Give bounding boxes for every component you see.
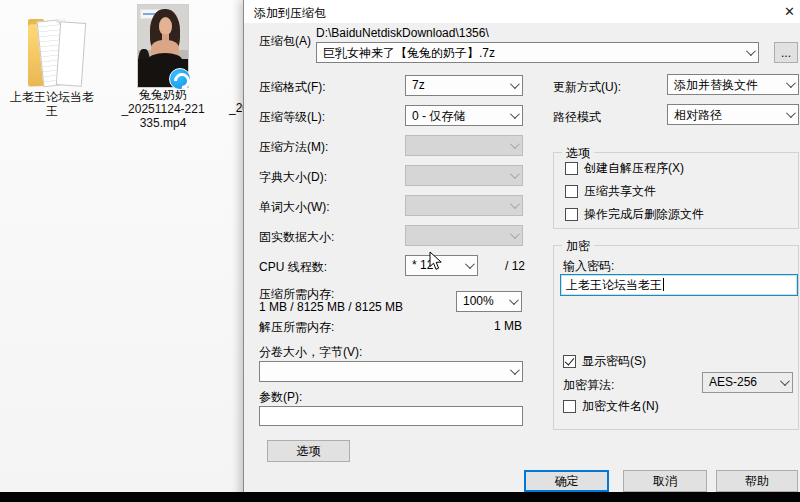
dialog-title: 添加到压缩包 bbox=[254, 5, 326, 22]
text-caret bbox=[663, 278, 664, 291]
cancel-button[interactable]: 取消 bbox=[623, 470, 707, 492]
encryption-method-combobox[interactable]: AES-256 bbox=[702, 372, 793, 393]
chevron-down-icon bbox=[510, 365, 520, 375]
bottom-black-bar bbox=[0, 492, 800, 502]
chevron-down-icon bbox=[465, 259, 475, 269]
path-mode-combobox[interactable]: 相对路径 bbox=[667, 104, 799, 125]
memory-decompress-value: 1 MB bbox=[474, 319, 522, 333]
word-size-combobox bbox=[405, 195, 523, 216]
delete-after-checkbox[interactable]: 操作完成后删除源文件 bbox=[565, 206, 704, 223]
compress-shared-checkbox[interactable]: 压缩共享文件 bbox=[565, 183, 656, 200]
archive-label: 压缩包(A) bbox=[259, 33, 311, 50]
encryption-group-title: 加密 bbox=[562, 238, 594, 255]
chevron-down-icon bbox=[510, 79, 520, 89]
chevron-down-icon bbox=[510, 199, 520, 209]
add-to-archive-dialog: 添加到压缩包 ✕ 压缩包(A) D:\BaiduNetdiskDownload\… bbox=[243, 0, 800, 502]
video-item-label: 兔兔奶奶 _20251124-221 335.mp4 bbox=[113, 88, 213, 130]
solid-block-combobox bbox=[405, 225, 523, 246]
netdisk-badge-icon bbox=[169, 68, 191, 90]
memory-percent-combobox[interactable]: 100% bbox=[456, 291, 522, 312]
update-mode-combobox[interactable]: 添加并替换文件 bbox=[667, 74, 799, 95]
encryption-method-label: 加密算法: bbox=[563, 377, 614, 394]
create-sfx-checkbox[interactable]: 创建自解压程序(X) bbox=[565, 160, 684, 177]
browse-button[interactable]: ... bbox=[774, 42, 798, 63]
archive-name-combobox[interactable]: 巨乳女神来了【兔兔的奶子】.7z bbox=[316, 42, 759, 63]
chevron-down-icon bbox=[510, 169, 520, 179]
video-thumbnail bbox=[138, 5, 188, 87]
volume-size-label: 分卷大小，字节(V): bbox=[259, 344, 362, 361]
chevron-down-icon bbox=[746, 46, 756, 56]
format-label: 压缩格式(F): bbox=[259, 79, 326, 96]
chevron-down-icon bbox=[786, 108, 796, 118]
level-combobox[interactable]: 0 - 仅存储 bbox=[405, 105, 523, 126]
volume-size-combobox[interactable] bbox=[259, 361, 523, 382]
level-label: 压缩等级(L): bbox=[259, 109, 325, 126]
ok-button[interactable]: 确定 bbox=[524, 470, 609, 492]
folder-icon bbox=[24, 14, 88, 92]
encryption-group: 加密 输入密码: 上老王论坛当老王 显示密码(S) 加密算法: AES-256 … bbox=[553, 245, 799, 430]
chevron-down-icon bbox=[510, 139, 520, 149]
chevron-down-icon bbox=[509, 295, 519, 305]
archive-name-value: 巨乳女神来了【兔兔的奶子】.7z bbox=[323, 46, 495, 60]
folder-item-label: 上老王论坛当老 王 bbox=[4, 90, 100, 118]
password-label: 输入密码: bbox=[563, 258, 614, 275]
solid-block-label: 固实数据大小: bbox=[259, 229, 334, 246]
dialog-titlebar: 添加到压缩包 ✕ bbox=[244, 0, 800, 23]
checkbox-icon[interactable] bbox=[563, 355, 576, 368]
mouse-cursor-icon bbox=[429, 251, 443, 271]
archive-dir-path: D:\BaiduNetdiskDownload\1356\ bbox=[316, 26, 489, 40]
path-mode-label: 路径模式 bbox=[553, 109, 601, 126]
dictionary-label: 字典大小(D): bbox=[259, 169, 327, 186]
chevron-down-icon bbox=[780, 376, 790, 386]
show-password-checkbox[interactable]: 显示密码(S) bbox=[563, 353, 646, 370]
dictionary-combobox bbox=[405, 165, 523, 186]
checkbox-icon[interactable] bbox=[563, 400, 576, 413]
options-button[interactable]: 选项 bbox=[267, 440, 350, 462]
checkbox-icon[interactable] bbox=[565, 208, 578, 221]
encrypt-filenames-checkbox[interactable]: 加密文件名(N) bbox=[563, 398, 659, 415]
parameters-input[interactable] bbox=[259, 406, 523, 426]
help-button[interactable]: 帮助 bbox=[716, 470, 798, 492]
cpu-threads-label: CPU 线程数: bbox=[259, 259, 327, 276]
word-size-label: 单词大小(W): bbox=[259, 199, 330, 216]
options-group: 选项 创建自解压程序(X) 压缩共享文件 操作完成后删除源文件 bbox=[553, 152, 799, 229]
checkbox-icon[interactable] bbox=[565, 162, 578, 175]
chevron-down-icon bbox=[786, 78, 796, 88]
checkbox-icon[interactable] bbox=[565, 185, 578, 198]
chevron-down-icon bbox=[510, 109, 520, 119]
update-mode-label: 更新方式(U): bbox=[553, 79, 621, 96]
chevron-down-icon bbox=[510, 229, 520, 239]
method-label: 压缩方法(M): bbox=[259, 139, 328, 156]
parameters-label: 参数(P): bbox=[259, 389, 302, 406]
close-icon[interactable]: ✕ bbox=[780, 2, 799, 21]
memory-decompress-label: 解压所需内存: bbox=[259, 319, 334, 336]
method-combobox bbox=[405, 135, 523, 156]
memory-compress-value: 1 MB / 8125 MB / 8125 MB bbox=[259, 300, 403, 314]
format-combobox[interactable]: 7z bbox=[405, 75, 523, 96]
cpu-threads-total: / 12 bbox=[505, 259, 525, 273]
password-input[interactable]: 上老王论坛当老王 bbox=[560, 274, 798, 296]
